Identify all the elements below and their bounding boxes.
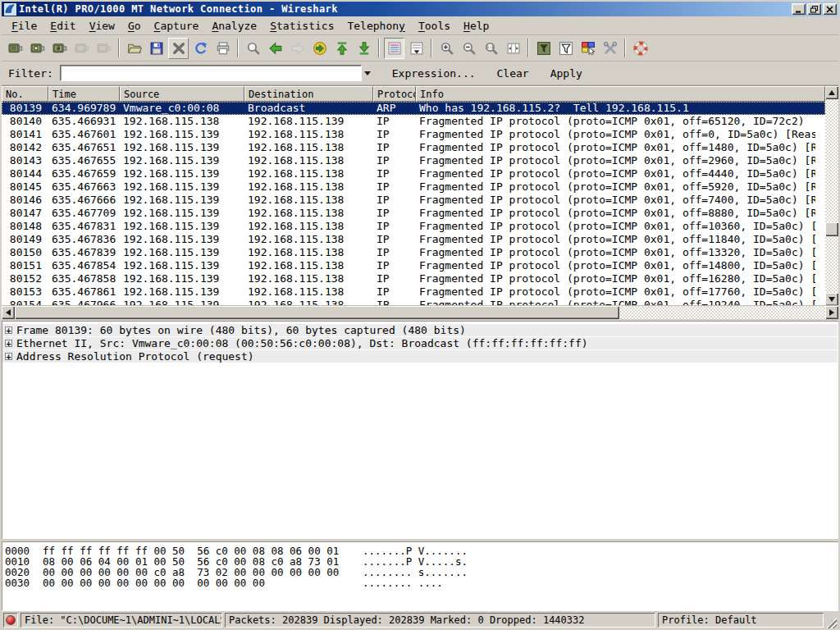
scroll-right-button[interactable] — [825, 306, 838, 319]
capture-restart-button[interactable] — [94, 38, 114, 59]
auto-scroll-button[interactable] — [406, 38, 427, 59]
status-profile[interactable]: Profile: Default — [658, 613, 824, 628]
packet-row[interactable]: 80147635.467709192.168.115.139192.168.11… — [2, 207, 825, 220]
go-to-packet-button[interactable] — [309, 38, 330, 59]
packet-list-pane: No.TimeSourceDestinationProtocolInfo 801… — [2, 85, 838, 319]
column-header-protocol[interactable]: Protocol — [373, 86, 416, 102]
scroll-down-button[interactable] — [825, 293, 838, 306]
column-header-destination[interactable]: Destination — [244, 86, 373, 102]
menu-telephony[interactable]: Telephony — [340, 18, 411, 34]
close-button[interactable] — [823, 3, 837, 15]
menu-analyze[interactable]: Analyze — [205, 18, 263, 34]
find-packet-button[interactable] — [243, 38, 263, 59]
packet-row[interactable]: 80152635.467858192.168.115.139192.168.11… — [2, 272, 825, 285]
close-file-button[interactable] — [168, 38, 189, 59]
packet-row[interactable]: 80146635.467666192.168.115.139192.168.11… — [2, 194, 825, 207]
filter-dropdown-button[interactable] — [362, 65, 374, 81]
packet-row[interactable]: 80142635.467651192.168.115.139192.168.11… — [2, 141, 825, 154]
column-header-info[interactable]: Info — [416, 86, 825, 102]
cell-protocol: IP — [373, 272, 416, 285]
menu-tools[interactable]: Tools — [412, 18, 457, 34]
scroll-up-button[interactable] — [825, 86, 838, 99]
menu-go[interactable]: Go — [121, 18, 148, 34]
detail-row[interactable]: +Frame 80139: 60 bytes on wire (480 bits… — [2, 324, 838, 337]
packet-row[interactable]: 80145635.467663192.168.115.139192.168.11… — [2, 180, 825, 194]
menu-edit[interactable]: Edit — [43, 18, 82, 34]
vscroll-track[interactable] — [825, 99, 838, 293]
capture-options-button[interactable] — [27, 38, 48, 59]
display-filter-button[interactable] — [555, 38, 576, 59]
expand-icon[interactable]: + — [5, 326, 12, 334]
capture-start-button[interactable] — [49, 38, 70, 59]
filter-toolbar: Filter: Expression... Clear Apply — [2, 62, 838, 85]
print-button[interactable] — [212, 38, 233, 59]
cell-info: Fragmented IP protocol (proto=ICMP 0x01,… — [416, 194, 815, 207]
packet-row[interactable]: 80143635.467655192.168.115.139192.168.11… — [2, 154, 825, 167]
cell-protocol: IP — [373, 167, 416, 180]
colorize-button[interactable] — [384, 38, 404, 59]
menu-help[interactable]: Help — [457, 18, 495, 34]
clear-button[interactable]: Clear — [497, 67, 529, 80]
cell-info: Fragmented IP protocol (proto=ICMP 0x01,… — [416, 167, 815, 180]
packet-list-vscrollbar[interactable] — [825, 86, 838, 306]
reload-button[interactable] — [190, 38, 211, 59]
column-header-time[interactable]: Time — [48, 86, 120, 102]
packet-row[interactable]: 80151635.467854192.168.115.139192.168.11… — [2, 259, 825, 272]
resize-columns-button[interactable] — [503, 38, 523, 59]
packet-row[interactable]: 80153635.467861192.168.115.139192.168.11… — [2, 285, 825, 299]
capture-filter-button[interactable] — [533, 38, 554, 59]
resize-grip[interactable] — [826, 618, 837, 628]
zoom-out-button[interactable] — [459, 38, 479, 59]
status-file[interactable]: File: "C:\DOCUME~1\ADMINI~1\LOCALS~1\T··… — [21, 613, 222, 628]
detail-row[interactable]: +Address Resolution Protocol (request) — [2, 350, 838, 363]
hscroll-track[interactable] — [15, 306, 825, 319]
menu-file[interactable]: File — [5, 18, 43, 34]
detail-text: Ethernet II, Src: Vmware_c0:00:08 (00:50… — [16, 337, 588, 349]
packet-row[interactable]: 80140635.466931192.168.115.138192.168.11… — [2, 115, 825, 128]
hex-line[interactable]: 003000 00 00 00 00 00 00 00 00 00 00 00.… — [5, 578, 838, 588]
hscroll-thumb[interactable] — [15, 306, 619, 319]
packet-row[interactable]: 80139634.969789Vmware_c0:00:08BroadcastA… — [2, 102, 825, 115]
packet-row[interactable]: 80144635.467659192.168.115.139192.168.11… — [2, 167, 825, 180]
zoom-100-button[interactable]: 1:1 — [481, 38, 501, 59]
title-bar[interactable]: Intel(R) PRO/1000 MT Network Connection … — [2, 2, 838, 16]
restore-button[interactable] — [807, 3, 821, 15]
go-back-button[interactable] — [265, 38, 285, 59]
expand-icon[interactable]: + — [5, 353, 12, 360]
cell-destination: 192.168.115.139 — [244, 115, 373, 128]
vscroll-thumb[interactable] — [825, 222, 838, 236]
expression-button[interactable]: Expression... — [392, 67, 476, 80]
cell-no: 80144 — [2, 167, 48, 180]
capture-stop-button[interactable] — [71, 38, 92, 59]
go-to-bottom-button[interactable] — [354, 38, 374, 59]
open-file-button[interactable] — [124, 38, 144, 59]
minimize-button[interactable] — [792, 3, 806, 15]
menu-statistics[interactable]: Statistics — [263, 18, 340, 34]
packet-row[interactable]: 80148635.467831192.168.115.139192.168.11… — [2, 220, 825, 233]
preferences-button[interactable] — [600, 38, 620, 59]
save-file-button[interactable] — [146, 38, 167, 59]
packet-row[interactable]: 80149635.467836192.168.115.139192.168.11… — [2, 233, 825, 246]
help-button[interactable] — [630, 38, 651, 59]
down-arrow-icon — [829, 297, 835, 302]
menu-capture[interactable]: Capture — [148, 18, 206, 34]
packet-list-hscrollbar[interactable] — [2, 305, 838, 319]
cell-protocol: ARP — [373, 102, 416, 115]
coloring-rules-button[interactable] — [578, 38, 598, 59]
scroll-left-button[interactable] — [2, 306, 15, 319]
packet-row[interactable]: 80150635.467839192.168.115.139192.168.11… — [2, 246, 825, 259]
packet-row[interactable]: 80141635.467601192.168.115.139192.168.11… — [2, 128, 825, 141]
expand-icon[interactable]: + — [5, 340, 12, 347]
go-to-top-button[interactable] — [331, 38, 352, 59]
zoom-in-button[interactable] — [436, 38, 457, 59]
detail-row[interactable]: +Ethernet II, Src: Vmware_c0:00:08 (00:5… — [2, 337, 838, 350]
list-interfaces-button[interactable] — [5, 38, 25, 59]
cell-protocol: IP — [373, 220, 416, 233]
column-header-no[interactable]: No. — [2, 86, 48, 102]
go-forward-button[interactable] — [287, 38, 308, 59]
expert-info-button[interactable] — [3, 613, 18, 628]
column-header-source[interactable]: Source — [120, 86, 244, 102]
menu-view[interactable]: View — [83, 18, 121, 34]
apply-button[interactable]: Apply — [550, 67, 582, 80]
filter-input[interactable] — [60, 65, 362, 81]
